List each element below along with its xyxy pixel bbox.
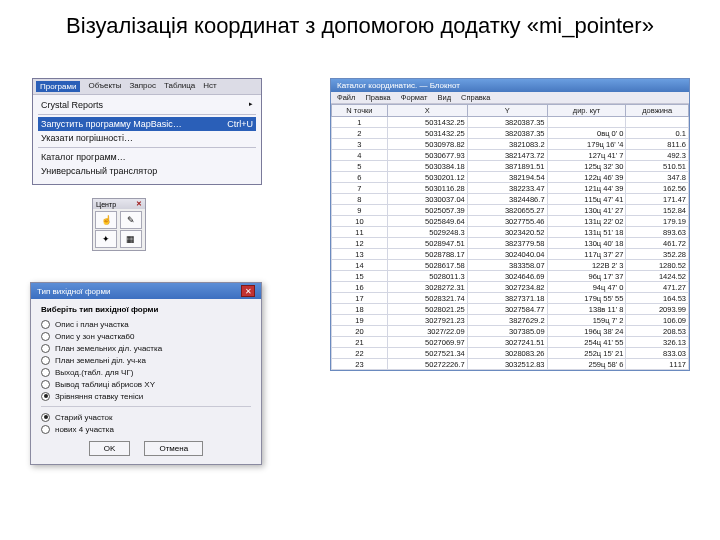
radio-icon[interactable]	[41, 344, 50, 353]
table-row: 125028947.513823779.58130ц 40' 18461.72	[332, 238, 689, 249]
left-area: Програми Объекты Запрос Таблица Нст Crys…	[32, 78, 262, 185]
table-row: 15031432.253820387.35	[332, 117, 689, 128]
tool-pencil-icon[interactable]: ✎	[120, 211, 142, 229]
radio-icon[interactable]	[41, 332, 50, 341]
menubar-item-nst[interactable]: Нст	[203, 81, 216, 92]
dialog-prompt: Виберіть тип вихідної форми	[41, 305, 251, 314]
table-row: 155028011.33024646.6996ц 17' 371424.52	[332, 271, 689, 282]
table-row: 45030677.933821473.72127ц 41' 7492.3	[332, 150, 689, 161]
table-row: 215027069.973027241.51254ц 41' 55326.13	[332, 337, 689, 348]
table-row: 25031432.253820387.350вц 0' 00.1	[332, 128, 689, 139]
table-row: 95025057.393820655.27130ц 41' 27152.84	[332, 205, 689, 216]
radio-icon[interactable]	[41, 392, 50, 401]
slide-title: Візуалізація координат з допомогою додат…	[0, 0, 720, 44]
menu-separator	[38, 147, 256, 148]
toolbox-window: Центр ✕ ☝ ✎ ✦ ▦	[92, 198, 146, 251]
table-row: 55030384.183871891.51125ц 32' 30510.51	[332, 161, 689, 172]
radio-icon[interactable]	[41, 380, 50, 389]
table-row: 185028021.253027584.77138в 11' 82093.99	[332, 304, 689, 315]
coordinates-table: N точки X Y дир. кут довжина 15031432.25…	[331, 104, 689, 370]
menu-item-run-mapbasic[interactable]: Запустить программу MapBasic… Ctrl+U	[38, 117, 256, 131]
menu-view[interactable]: Вид	[437, 93, 451, 102]
table-row: 193027921.233827629.2159ц 7' 2106.09	[332, 315, 689, 326]
radio-opt-6[interactable]: Вывод таблиці абрисов XY	[41, 378, 251, 390]
dialog-body: Виберіть тип вихідної форми Опис і план …	[31, 299, 261, 464]
close-icon[interactable]: ✕	[136, 200, 142, 208]
radio-icon[interactable]	[41, 356, 50, 365]
radio-opt-1[interactable]: Опис і план участка	[41, 318, 251, 330]
table-row: 105025849.643027755.46131ц 22' 02179.19	[332, 216, 689, 227]
radio-area-old[interactable]: Старий участок	[41, 411, 251, 423]
menubar-item-programs[interactable]: Програми	[36, 81, 80, 92]
table-row: 115029248.33023420.52131ц 51' 18893.63	[332, 227, 689, 238]
table-header-row: N точки X Y дир. кут довжина	[332, 105, 689, 117]
menu-format[interactable]: Формат	[401, 93, 428, 102]
table-row: 225027521.343028083.26252ц 15' 21833.03	[332, 348, 689, 359]
close-icon[interactable]: ✕	[241, 285, 255, 297]
radio-opt-4[interactable]: План земельні діл. уч-ка	[41, 354, 251, 366]
dialog-buttons: OK Отмена	[41, 441, 251, 456]
cancel-button[interactable]: Отмена	[144, 441, 203, 456]
menubar-item-table[interactable]: Таблица	[164, 81, 195, 92]
dialog-titlebar: Тип вихідної форми ✕	[31, 283, 261, 299]
table-row: 145028617.58383358.07122В 2' 31280.52	[332, 260, 689, 271]
radio-icon[interactable]	[41, 425, 50, 434]
toolbox-grid: ☝ ✎ ✦ ▦	[93, 209, 145, 250]
radio-icon[interactable]	[41, 413, 50, 422]
notepad-titlebar: Каталог координатис. — Блокнот	[331, 79, 689, 92]
dropdown-panel: Crystal Reports ▸ Запустить программу Ma…	[33, 94, 261, 184]
toolbox-titlebar: Центр ✕	[93, 199, 145, 209]
menu-bar[interactable]: Програми Объекты Запрос Таблица Нст	[33, 79, 261, 94]
table-row: 83030037.043824486.7115ц 47' 41171.47	[332, 194, 689, 205]
table-row: 203027/22.09307385.09196ц 38' 24208.53	[332, 326, 689, 337]
radio-icon[interactable]	[41, 320, 50, 329]
tool-pointer-icon[interactable]: ☝	[95, 211, 117, 229]
submenu-arrow-icon: ▸	[249, 100, 253, 110]
coordinates-notepad: Каталог координатис. — Блокнот Файл Прав…	[330, 78, 690, 371]
menubar-item-objects[interactable]: Объекты	[88, 81, 121, 92]
app-menu-window: Програми Объекты Запрос Таблица Нст Crys…	[32, 78, 262, 185]
notepad-menubar[interactable]: Файл Правка Формат Вид Справка	[331, 92, 689, 104]
radio-opt-5[interactable]: Выход.(табл. для ЧГ)	[41, 366, 251, 378]
menu-edit[interactable]: Правка	[365, 93, 390, 102]
table-row: 65030201.12382194.54122ц 46' 39347.8	[332, 172, 689, 183]
menu-item-translator[interactable]: Универсальный транслятор	[38, 164, 256, 178]
menubar-item-query[interactable]: Запрос	[129, 81, 156, 92]
radio-opt-3[interactable]: План земельних діл. участка	[41, 342, 251, 354]
dialog-separator	[41, 406, 251, 407]
tool-star-icon[interactable]: ✦	[95, 230, 117, 248]
menu-item-catalog[interactable]: Каталог программ…	[38, 150, 256, 164]
table-row: 75030116.28382233.47121ц 44' 39162.56	[332, 183, 689, 194]
radio-area-new4[interactable]: нових 4 участка	[41, 423, 251, 435]
tool-grid-icon[interactable]: ▦	[120, 230, 142, 248]
col-x: X	[387, 105, 467, 117]
col-y: Y	[467, 105, 547, 117]
menu-separator	[38, 114, 256, 115]
menu-file[interactable]: Файл	[337, 93, 355, 102]
table-row: 35030978.823821083.2179ц 16' '4811.6	[332, 139, 689, 150]
ok-button[interactable]: OK	[89, 441, 131, 456]
right-area: Каталог координатис. — Блокнот Файл Прав…	[330, 78, 690, 371]
table-row: 135028788.173024040.04117ц 37' 27352.28	[332, 249, 689, 260]
menu-item-errors[interactable]: Указати погрішності…	[38, 131, 256, 145]
radio-opt-2[interactable]: Опис у зон участка60	[41, 330, 251, 342]
radio-icon[interactable]	[41, 368, 50, 377]
col-npoint: N точки	[332, 105, 388, 117]
table-row: 2350272226.73032512.83259ц 58' 61117	[332, 359, 689, 370]
output-form-dialog: Тип вихідної форми ✕ Виберіть тип вихідн…	[30, 282, 262, 465]
col-len: довжина	[626, 105, 689, 117]
menu-help[interactable]: Справка	[461, 93, 490, 102]
radio-opt-7[interactable]: Зрівняння ставку теніси	[41, 390, 251, 402]
menu-item-crystal[interactable]: Crystal Reports ▸	[38, 98, 256, 112]
col-dir: дир. кут	[547, 105, 626, 117]
table-row: 175028321.743827371.18179ц 55' 55164.53	[332, 293, 689, 304]
table-row: 163028272.313027234.8294ц 47' 0471.27	[332, 282, 689, 293]
